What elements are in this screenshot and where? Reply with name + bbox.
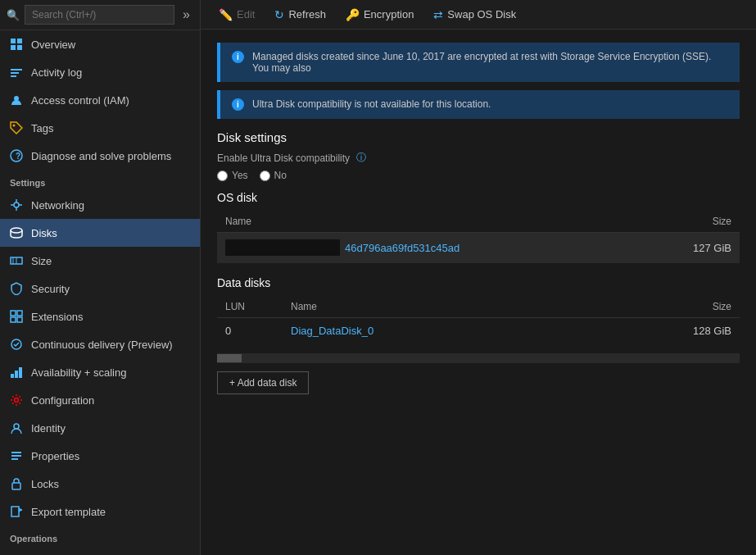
sidebar-item-label: Overview <box>31 39 75 51</box>
sidebar-item-label: Diagnose and solve problems <box>31 150 171 162</box>
sidebar-item-label: Continuous delivery (Preview) <box>31 339 173 351</box>
refresh-icon: ↻ <box>274 8 284 21</box>
svg-rect-32 <box>11 458 18 460</box>
sidebar-item-properties[interactable]: Properties <box>0 442 200 470</box>
sidebar-item-export-template[interactable]: Export template <box>0 498 200 525</box>
encryption-icon: 🔑 <box>346 8 360 21</box>
swap-os-disk-button[interactable]: ⇄ Swap OS Disk <box>425 5 524 25</box>
sidebar-item-label: Security <box>31 283 70 295</box>
yes-radio-label[interactable]: Yes <box>217 170 248 181</box>
svg-rect-34 <box>11 507 19 516</box>
info-icon: i <box>232 51 244 63</box>
sidebar-item-activity-log[interactable]: Activity log <box>0 58 200 86</box>
sidebar-item-availability[interactable]: Availability + scaling <box>0 358 200 386</box>
refresh-button[interactable]: ↻ Refresh <box>266 5 334 25</box>
sidebar-item-label: Identity <box>31 422 66 434</box>
activity-icon <box>10 66 23 79</box>
sidebar-item-label: Size <box>31 255 52 267</box>
export-icon <box>10 505 23 518</box>
svg-point-28 <box>15 398 19 403</box>
search-input[interactable] <box>25 5 174 25</box>
sidebar-item-label: Availability + scaling <box>31 366 126 379</box>
info-icon-2: i <box>232 98 244 111</box>
search-icon: 🔍 <box>7 9 20 21</box>
sidebar-item-extensions[interactable]: Extensions <box>0 303 200 330</box>
os-disk-table: Name Size 46d796aa69fd531c45ad 127 GiB <box>217 211 740 263</box>
sidebar-item-label: Extensions <box>31 311 84 323</box>
sidebar-item-label: Export template <box>31 506 106 518</box>
data-disk-name-header: Name <box>283 296 577 318</box>
sidebar-item-security[interactable]: Security <box>0 275 200 303</box>
collapse-sidebar-button[interactable]: » <box>179 6 193 24</box>
access-icon <box>10 93 23 107</box>
sidebar-item-tags[interactable]: Tags <box>0 114 200 142</box>
delivery-icon <box>10 338 23 351</box>
os-disk-name-redacted <box>225 239 340 256</box>
no-radio-label[interactable]: No <box>260 170 287 181</box>
svg-rect-2 <box>11 45 16 50</box>
data-disk-lun-header: LUN <box>217 296 283 318</box>
svg-rect-6 <box>11 75 16 77</box>
sidebar-item-label: Activity log <box>31 66 82 79</box>
encryption-button[interactable]: 🔑 Encryption <box>337 5 422 25</box>
sidebar: 🔍 » Overview Activity log Access control… <box>0 0 201 555</box>
svg-point-8 <box>13 125 16 127</box>
overview-icon <box>10 38 23 51</box>
os-disk-name-link[interactable]: 46d796aa69fd531c45ad <box>345 242 459 254</box>
sidebar-item-locks[interactable]: Locks <box>0 470 200 498</box>
os-disk-title: OS disk <box>217 191 740 204</box>
scrollbar-thumb[interactable] <box>217 354 242 362</box>
sidebar-item-overview[interactable]: Overview <box>0 30 200 58</box>
extensions-icon <box>10 310 23 323</box>
sidebar-item-label: Configuration <box>31 394 94 407</box>
yes-radio[interactable] <box>217 171 228 181</box>
svg-rect-4 <box>11 69 22 71</box>
svg-rect-3 <box>17 45 22 50</box>
horizontal-scrollbar[interactable] <box>217 353 740 363</box>
os-disk-size-header: Size <box>646 211 740 233</box>
sidebar-item-label: Properties <box>31 450 79 462</box>
sidebar-item-configuration[interactable]: Configuration <box>0 386 200 414</box>
sidebar-item-diagnose[interactable]: ? Diagnose and solve problems <box>0 142 200 170</box>
svg-rect-20 <box>11 311 16 316</box>
add-data-disk-button[interactable]: + Add data disk <box>217 371 309 394</box>
svg-rect-25 <box>11 374 14 378</box>
os-disk-name-cell: 46d796aa69fd531c45ad <box>217 233 646 263</box>
sidebar-item-size[interactable]: Size <box>0 247 200 275</box>
locks-icon <box>10 477 23 490</box>
size-icon <box>10 254 23 267</box>
sidebar-item-access-control[interactable]: Access control (IAM) <box>0 86 200 114</box>
availability-icon <box>10 366 23 379</box>
svg-rect-5 <box>11 72 19 74</box>
svg-rect-21 <box>17 311 22 316</box>
toolbar: ✏️ Edit ↻ Refresh 🔑 Encryption ⇄ Swap OS… <box>201 0 756 30</box>
data-disks-table: LUN Name Size 0 Diag_DataDisk_0 128 GiB <box>217 296 740 343</box>
edit-button[interactable]: ✏️ Edit <box>211 5 263 25</box>
svg-rect-22 <box>11 317 16 322</box>
operations-section-label: Operations <box>0 525 200 547</box>
info-tooltip-icon: ⓘ <box>356 151 366 165</box>
edit-icon: ✏️ <box>219 8 233 21</box>
properties-icon <box>10 449 23 462</box>
content-area: i Managed disks created since June 10, 2… <box>201 30 756 555</box>
disks-icon <box>10 226 23 239</box>
sidebar-item-label: Disks <box>31 227 57 239</box>
sse-info-banner: i Managed disks created since June 10, 2… <box>217 43 740 82</box>
no-radio[interactable] <box>260 171 270 181</box>
sidebar-item-identity[interactable]: Identity <box>0 414 200 442</box>
sidebar-item-continuous-delivery[interactable]: Continuous delivery (Preview) <box>0 330 200 358</box>
svg-rect-26 <box>15 371 18 378</box>
data-disk-name-link[interactable]: Diag_DataDisk_0 <box>291 325 373 337</box>
svg-point-16 <box>11 228 22 233</box>
networking-icon <box>10 198 23 212</box>
settings-section-label: Settings <box>0 170 200 191</box>
sidebar-item-networking[interactable]: Networking <box>0 191 200 219</box>
data-disk-size-header: Size <box>577 296 740 318</box>
sidebar-item-label: Tags <box>31 122 53 134</box>
data-disks-title: Data disks <box>217 276 740 289</box>
search-row: 🔍 » <box>0 0 200 30</box>
sidebar-item-disks[interactable]: Disks <box>0 219 200 247</box>
data-disk-size-cell: 128 GiB <box>577 318 740 344</box>
svg-rect-27 <box>19 367 22 378</box>
main-content: ✏️ Edit ↻ Refresh 🔑 Encryption ⇄ Swap OS… <box>201 0 756 555</box>
